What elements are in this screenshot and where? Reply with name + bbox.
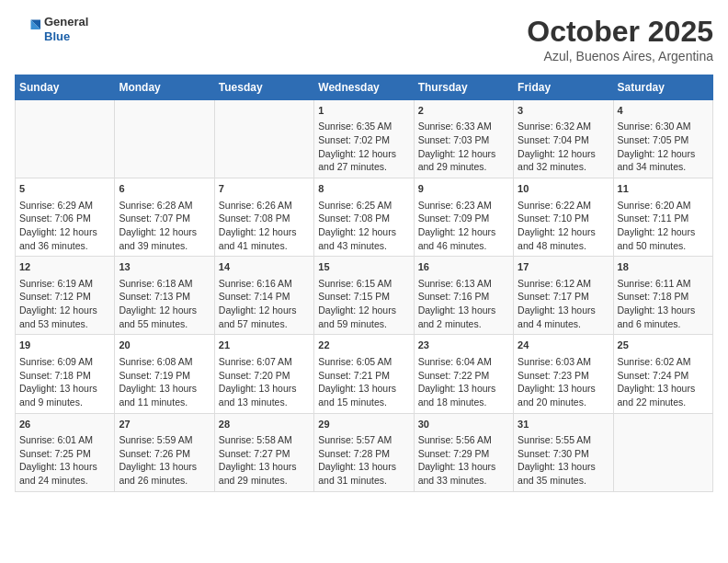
- day-number: 2: [418, 104, 509, 118]
- calendar-cell: 13Sunrise: 6:18 AMSunset: 7:13 PMDayligh…: [115, 257, 214, 335]
- cell-content: Sunrise: 6:35 AMSunset: 7:02 PMDaylight:…: [318, 120, 409, 174]
- day-number: 10: [518, 182, 609, 196]
- day-number: 12: [19, 260, 110, 274]
- day-headers-row: SundayMondayTuesdayWednesdayThursdayFrid…: [16, 75, 713, 100]
- calendar-cell: 25Sunrise: 6:02 AMSunset: 7:24 PMDayligh…: [613, 335, 712, 413]
- day-number: 1: [318, 104, 409, 118]
- cell-content: Sunrise: 6:16 AMSunset: 7:14 PMDaylight:…: [219, 277, 310, 331]
- cell-content: Sunrise: 6:20 AMSunset: 7:11 PMDaylight:…: [618, 199, 709, 253]
- calendar-cell: 9Sunrise: 6:23 AMSunset: 7:09 PMDaylight…: [414, 178, 513, 257]
- day-number: 26: [19, 418, 110, 431]
- day-number: 8: [318, 182, 409, 196]
- cell-content: Sunrise: 5:57 AMSunset: 7:28 PMDaylight:…: [318, 433, 409, 488]
- calendar-cell: 31Sunrise: 5:55 AMSunset: 7:30 PMDayligh…: [514, 413, 613, 491]
- cell-content: Sunrise: 6:33 AMSunset: 7:03 PMDaylight:…: [418, 120, 509, 174]
- calendar-cell: [613, 413, 712, 491]
- day-number: 3: [518, 104, 609, 118]
- day-number: 31: [518, 418, 609, 431]
- cell-content: Sunrise: 6:32 AMSunset: 7:04 PMDaylight:…: [518, 120, 609, 174]
- day-number: 20: [119, 339, 210, 352]
- calendar-cell: 26Sunrise: 6:01 AMSunset: 7:25 PMDayligh…: [16, 413, 115, 491]
- calendar-cell: 17Sunrise: 6:12 AMSunset: 7:17 PMDayligh…: [514, 257, 613, 335]
- day-number: 5: [19, 182, 110, 196]
- calendar-cell: 14Sunrise: 6:16 AMSunset: 7:14 PMDayligh…: [214, 257, 313, 335]
- calendar-cell: 21Sunrise: 6:07 AMSunset: 7:20 PMDayligh…: [214, 335, 313, 413]
- calendar-week-4: 19Sunrise: 6:09 AMSunset: 7:18 PMDayligh…: [16, 335, 713, 413]
- calendar-header: SundayMondayTuesdayWednesdayThursdayFrid…: [16, 75, 713, 100]
- day-number: 23: [418, 339, 509, 352]
- page-header: General Blue October 2025 Azul, Buenos A…: [15, 15, 713, 63]
- day-number: 29: [318, 418, 409, 431]
- cell-content: Sunrise: 6:13 AMSunset: 7:16 PMDaylight:…: [418, 277, 509, 331]
- cell-content: Sunrise: 6:22 AMSunset: 7:10 PMDaylight:…: [518, 199, 609, 253]
- calendar-body: 1Sunrise: 6:35 AMSunset: 7:02 PMDaylight…: [16, 100, 713, 492]
- day-number: 17: [518, 260, 609, 274]
- day-number: 13: [119, 260, 210, 274]
- cell-content: Sunrise: 6:04 AMSunset: 7:22 PMDaylight:…: [418, 355, 509, 409]
- cell-content: Sunrise: 6:28 AMSunset: 7:07 PMDaylight:…: [119, 199, 210, 253]
- cell-content: Sunrise: 6:11 AMSunset: 7:18 PMDaylight:…: [618, 277, 709, 331]
- day-number: 4: [618, 104, 709, 118]
- subtitle: Azul, Buenos Aires, Argentina: [527, 49, 713, 63]
- cell-content: Sunrise: 5:59 AMSunset: 7:26 PMDaylight:…: [119, 433, 210, 488]
- day-number: 28: [219, 418, 310, 431]
- day-number: 21: [219, 339, 310, 352]
- day-number: 25: [618, 339, 709, 352]
- cell-content: Sunrise: 6:23 AMSunset: 7:09 PMDaylight:…: [418, 199, 509, 253]
- cell-content: Sunrise: 6:30 AMSunset: 7:05 PMDaylight:…: [618, 120, 709, 174]
- calendar-cell: 24Sunrise: 6:03 AMSunset: 7:23 PMDayligh…: [514, 335, 613, 413]
- calendar-cell: 6Sunrise: 6:28 AMSunset: 7:07 PMDaylight…: [115, 178, 214, 257]
- logo: General Blue: [15, 15, 88, 43]
- cell-content: Sunrise: 5:58 AMSunset: 7:27 PMDaylight:…: [219, 433, 310, 488]
- calendar-cell: 15Sunrise: 6:15 AMSunset: 7:15 PMDayligh…: [314, 257, 414, 335]
- day-number: 15: [318, 260, 409, 274]
- day-number: 22: [318, 339, 409, 352]
- day-header-thursday: Thursday: [414, 75, 513, 100]
- day-number: 18: [618, 260, 709, 274]
- day-number: 19: [19, 339, 110, 352]
- cell-content: Sunrise: 6:12 AMSunset: 7:17 PMDaylight:…: [518, 277, 609, 331]
- calendar-cell: 20Sunrise: 6:08 AMSunset: 7:19 PMDayligh…: [115, 335, 214, 413]
- day-header-friday: Friday: [514, 75, 613, 100]
- cell-content: Sunrise: 6:08 AMSunset: 7:19 PMDaylight:…: [119, 355, 210, 409]
- calendar-cell: [115, 100, 214, 178]
- logo-general-text: General: [44, 15, 88, 29]
- calendar-cell: 16Sunrise: 6:13 AMSunset: 7:16 PMDayligh…: [414, 257, 513, 335]
- calendar-cell: 8Sunrise: 6:25 AMSunset: 7:08 PMDaylight…: [314, 178, 414, 257]
- day-header-wednesday: Wednesday: [314, 75, 414, 100]
- day-number: 7: [219, 182, 310, 196]
- day-number: 14: [219, 260, 310, 274]
- calendar-cell: 4Sunrise: 6:30 AMSunset: 7:05 PMDaylight…: [613, 100, 712, 178]
- cell-content: Sunrise: 6:18 AMSunset: 7:13 PMDaylight:…: [119, 277, 210, 331]
- calendar-cell: 11Sunrise: 6:20 AMSunset: 7:11 PMDayligh…: [613, 178, 712, 257]
- calendar-cell: 2Sunrise: 6:33 AMSunset: 7:03 PMDaylight…: [414, 100, 513, 178]
- calendar-cell: 19Sunrise: 6:09 AMSunset: 7:18 PMDayligh…: [16, 335, 115, 413]
- day-number: 24: [518, 339, 609, 352]
- calendar-cell: 5Sunrise: 6:29 AMSunset: 7:06 PMDaylight…: [16, 178, 115, 257]
- day-header-sunday: Sunday: [16, 75, 115, 100]
- day-number: 27: [119, 418, 210, 431]
- calendar-week-5: 26Sunrise: 6:01 AMSunset: 7:25 PMDayligh…: [16, 413, 713, 491]
- calendar-cell: 29Sunrise: 5:57 AMSunset: 7:28 PMDayligh…: [314, 413, 414, 491]
- calendar-cell: 3Sunrise: 6:32 AMSunset: 7:04 PMDaylight…: [514, 100, 613, 178]
- calendar-cell: 10Sunrise: 6:22 AMSunset: 7:10 PMDayligh…: [514, 178, 613, 257]
- day-number: 11: [618, 182, 709, 196]
- day-header-monday: Monday: [115, 75, 214, 100]
- cell-content: Sunrise: 6:03 AMSunset: 7:23 PMDaylight:…: [518, 355, 609, 409]
- calendar-cell: 30Sunrise: 5:56 AMSunset: 7:29 PMDayligh…: [414, 413, 513, 491]
- calendar-cell: [214, 100, 313, 178]
- title-block: October 2025 Azul, Buenos Aires, Argenti…: [527, 15, 713, 63]
- calendar-cell: 28Sunrise: 5:58 AMSunset: 7:27 PMDayligh…: [214, 413, 313, 491]
- calendar-cell: 7Sunrise: 6:26 AMSunset: 7:08 PMDaylight…: [214, 178, 313, 257]
- day-number: 16: [418, 260, 509, 274]
- calendar-cell: [16, 100, 115, 178]
- calendar-week-1: 1Sunrise: 6:35 AMSunset: 7:02 PMDaylight…: [16, 100, 713, 178]
- cell-content: Sunrise: 6:15 AMSunset: 7:15 PMDaylight:…: [318, 277, 409, 331]
- cell-content: Sunrise: 6:05 AMSunset: 7:21 PMDaylight:…: [318, 355, 409, 409]
- cell-content: Sunrise: 6:02 AMSunset: 7:24 PMDaylight:…: [618, 355, 709, 409]
- cell-content: Sunrise: 5:55 AMSunset: 7:30 PMDaylight:…: [518, 433, 609, 488]
- logo-blue-text: Blue: [44, 29, 88, 44]
- calendar-cell: 27Sunrise: 5:59 AMSunset: 7:26 PMDayligh…: [115, 413, 214, 491]
- cell-content: Sunrise: 6:07 AMSunset: 7:20 PMDaylight:…: [219, 355, 310, 409]
- cell-content: Sunrise: 6:09 AMSunset: 7:18 PMDaylight:…: [19, 355, 110, 409]
